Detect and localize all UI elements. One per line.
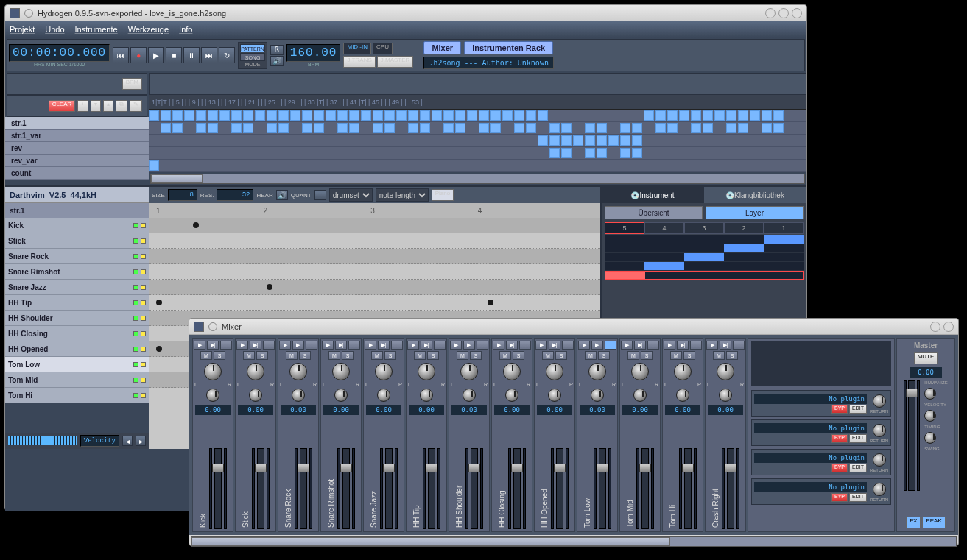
pan-knob[interactable] bbox=[588, 363, 606, 380]
ch-play[interactable]: ▶ bbox=[493, 341, 504, 350]
solo-button[interactable]: S bbox=[726, 351, 738, 360]
ch-next[interactable]: ▶| bbox=[421, 341, 432, 350]
add-button[interactable]: + bbox=[77, 100, 88, 112]
pattern-mode-button[interactable]: PATTERN bbox=[240, 44, 265, 52]
draw-mode-button[interactable]: ✎ bbox=[130, 100, 142, 112]
mixer-close[interactable] bbox=[943, 322, 954, 332]
ch-play[interactable]: ▶ bbox=[664, 341, 675, 350]
solo-button[interactable]: S bbox=[214, 351, 225, 360]
pan-knob[interactable] bbox=[375, 363, 393, 380]
instrument-item[interactable]: Tom Mid bbox=[5, 372, 149, 388]
mute-button[interactable]: M bbox=[371, 351, 383, 360]
ch-led[interactable] bbox=[733, 341, 745, 350]
gain-knob[interactable] bbox=[377, 389, 390, 402]
mute-button[interactable]: M bbox=[542, 351, 554, 360]
instrument-item[interactable]: Tom Low bbox=[5, 357, 149, 372]
pan-knob[interactable] bbox=[546, 363, 563, 380]
ch-next[interactable]: ▶| bbox=[549, 341, 560, 350]
ch-fader[interactable] bbox=[471, 448, 478, 529]
quant-toggle[interactable] bbox=[314, 190, 326, 200]
solo-button[interactable]: S bbox=[555, 351, 567, 360]
ch-led[interactable] bbox=[562, 341, 574, 350]
gain-knob[interactable] bbox=[548, 389, 561, 402]
instrument-item[interactable]: HH Closing bbox=[5, 326, 149, 341]
ch-fader[interactable] bbox=[385, 448, 393, 529]
gain-knob[interactable] bbox=[292, 389, 305, 402]
fx-return-knob[interactable] bbox=[873, 453, 886, 467]
instrument-item[interactable]: Tom Hi bbox=[5, 388, 149, 403]
tab-instrument[interactable]: 💿 Instrument bbox=[602, 187, 704, 203]
ch-next[interactable]: ▶| bbox=[634, 341, 646, 350]
song-scrollbar[interactable] bbox=[150, 174, 805, 184]
hear-toggle[interactable]: 🔊 bbox=[276, 190, 288, 200]
song-timeline[interactable]: 1|T|T | | 5 | | | 9 | | | 13 | | | 17 | … bbox=[149, 95, 806, 110]
pan-knob[interactable] bbox=[503, 363, 521, 380]
ch-play[interactable]: ▶ bbox=[621, 341, 633, 350]
gain-knob[interactable] bbox=[420, 389, 433, 402]
instrument-item[interactable]: HH Shoulder bbox=[5, 311, 149, 326]
mixer-minimize[interactable] bbox=[930, 322, 940, 332]
fx-bypass[interactable]: BYP bbox=[831, 493, 848, 502]
fx-edit[interactable]: EDIT bbox=[849, 405, 867, 414]
gain-knob[interactable] bbox=[591, 389, 604, 402]
fx-return-knob[interactable] bbox=[873, 424, 886, 437]
loop-button[interactable]: ↻ bbox=[219, 47, 235, 63]
instrument-item[interactable]: Snare Rock bbox=[5, 249, 149, 264]
master-fader[interactable] bbox=[908, 380, 915, 491]
solo-button[interactable]: S bbox=[641, 351, 653, 360]
mute-button[interactable]: M bbox=[286, 351, 298, 360]
ch-fader[interactable] bbox=[556, 448, 563, 529]
mixer-scrollbar[interactable] bbox=[191, 536, 957, 547]
mute-button[interactable]: M bbox=[670, 351, 682, 360]
ch-play[interactable]: ▶ bbox=[578, 341, 590, 350]
mute-button[interactable]: M bbox=[414, 351, 426, 360]
ch-fader[interactable] bbox=[513, 448, 521, 529]
pattern-item[interactable]: count bbox=[5, 167, 149, 180]
ch-play[interactable]: ▶ bbox=[194, 341, 205, 350]
solo-button[interactable]: S bbox=[683, 351, 695, 360]
instrument-item[interactable]: Kick bbox=[5, 218, 149, 233]
instrument-item[interactable]: HH Opened bbox=[5, 341, 149, 357]
solo-button[interactable]: S bbox=[598, 351, 610, 360]
piano-button[interactable]: Piano bbox=[432, 189, 454, 201]
instrument-item[interactable]: Snare Jazz bbox=[5, 280, 149, 295]
ch-fader[interactable] bbox=[428, 448, 435, 529]
mixer-titlebar[interactable]: Mixer bbox=[189, 319, 958, 335]
velocity-next[interactable]: ▸ bbox=[136, 436, 146, 446]
forward-button[interactable]: ⏭ bbox=[201, 47, 217, 63]
ch-led[interactable] bbox=[477, 341, 488, 350]
menu-undo[interactable]: Undo bbox=[45, 25, 64, 34]
mute-button[interactable]: M bbox=[457, 351, 468, 360]
ch-led[interactable] bbox=[519, 341, 531, 350]
pan-knob[interactable] bbox=[247, 363, 264, 380]
rewind-button[interactable]: ⏮ bbox=[113, 47, 129, 63]
solo-button[interactable]: S bbox=[470, 351, 482, 360]
ch-led[interactable] bbox=[263, 341, 275, 350]
ch-play[interactable]: ▶ bbox=[236, 341, 248, 350]
velocity-knob[interactable] bbox=[924, 388, 936, 400]
gain-knob[interactable] bbox=[505, 389, 518, 402]
subtab-overview[interactable]: Übersicht bbox=[605, 206, 703, 219]
mute-button[interactable]: M bbox=[585, 351, 597, 360]
clear-button[interactable]: CLEAR bbox=[49, 100, 76, 112]
ch-next[interactable]: ▶| bbox=[378, 341, 390, 350]
peak-toggle[interactable]: PEAK bbox=[922, 517, 945, 528]
master-mute[interactable]: MUTE bbox=[914, 352, 938, 364]
pan-knob[interactable] bbox=[418, 363, 435, 380]
ch-fader[interactable] bbox=[257, 448, 264, 529]
speaker-button[interactable]: 🔊 bbox=[270, 56, 284, 66]
ch-next[interactable]: ▶| bbox=[250, 341, 261, 350]
menu-instrumente[interactable]: Instrumente bbox=[75, 25, 118, 34]
close-button[interactable] bbox=[792, 8, 802, 18]
fx-bypass[interactable]: BYP bbox=[831, 464, 848, 472]
ch-next[interactable]: ▶| bbox=[506, 341, 518, 350]
solo-button[interactable]: S bbox=[384, 351, 396, 360]
pan-knob[interactable] bbox=[631, 363, 649, 380]
mixer-menu-icon[interactable] bbox=[208, 322, 217, 331]
menu-werkzeuge[interactable]: Werkzeuge bbox=[128, 25, 169, 34]
stop-button[interactable]: ■ bbox=[166, 47, 182, 63]
notelen-combo[interactable]: note length bbox=[376, 188, 429, 202]
ch-next[interactable]: ▶| bbox=[335, 341, 347, 350]
fx-bypass[interactable]: BYP bbox=[831, 405, 848, 414]
fx-bypass[interactable]: BYP bbox=[831, 434, 848, 443]
